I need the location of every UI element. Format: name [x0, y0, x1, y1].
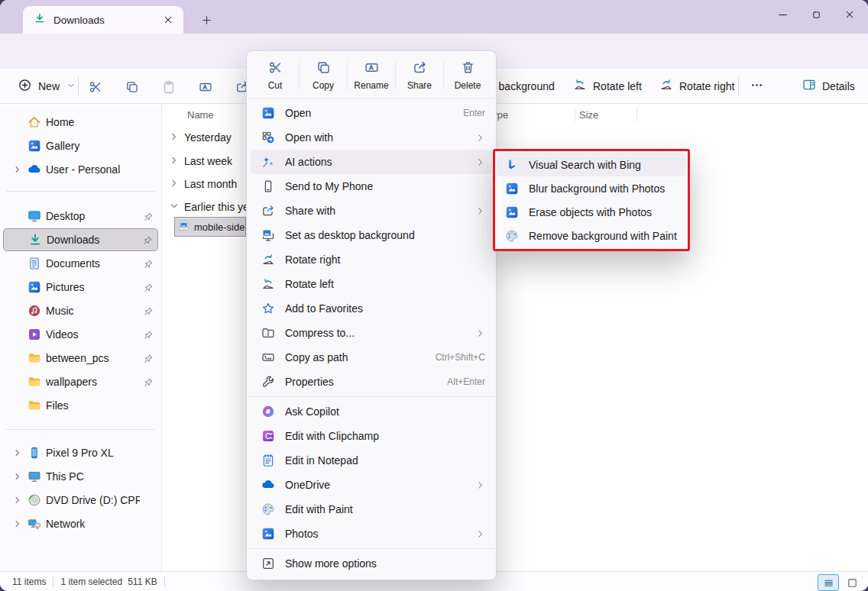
menu-item-rotate-right[interactable]: Rotate right — [251, 247, 492, 272]
selected-file-row[interactable]: mobile-sideb — [174, 217, 246, 237]
expand-chevron-icon[interactable] — [8, 448, 28, 457]
rotate-left-button[interactable]: Rotate left — [573, 69, 642, 103]
chevron-down-icon — [66, 79, 76, 93]
copy-icon[interactable] — [122, 77, 142, 97]
expand-chevron-icon[interactable] — [8, 472, 28, 481]
sidebar-item-user-personal[interactable]: User - Personal — [3, 158, 158, 181]
photos-icon — [504, 182, 519, 195]
rotate-right-button[interactable]: Rotate right — [659, 69, 734, 103]
chevron-collapsed-icon[interactable] — [170, 131, 179, 144]
delete-command-button[interactable]: Delete — [444, 56, 491, 95]
sidebar-item-music[interactable]: Music — [3, 299, 158, 322]
see-more-button[interactable] — [750, 69, 763, 103]
menu-item-remove-background-with-paint[interactable]: Remove background with Paint — [497, 224, 686, 247]
menu-item-blur-background-with-photos[interactable]: Blur background with Photos — [497, 176, 686, 200]
chevron-open-icon[interactable] — [170, 201, 179, 213]
sidebar-item-desktop[interactable]: Desktop — [3, 205, 158, 228]
menu-item-edit-with-clipchamp[interactable]: Edit with Clipchamp — [251, 424, 492, 448]
menu-item-ask-copilot[interactable]: Ask Copilot — [251, 399, 492, 424]
tab-close-icon[interactable] — [159, 11, 177, 29]
rename-icon[interactable] — [196, 77, 215, 97]
column-header-size[interactable]: Size — [579, 105, 598, 124]
menu-item-label: Share with — [285, 205, 465, 217]
menu-item-edit-with-paint[interactable]: Edit with Paint — [251, 497, 492, 522]
cut-icon — [268, 60, 283, 78]
menu-item-share-with[interactable]: Share with — [251, 199, 492, 223]
menu-item-open[interactable]: OpenEnter — [251, 101, 492, 125]
minimize-button[interactable] — [766, 0, 799, 29]
menu-item-photos[interactable]: Photos — [251, 522, 492, 546]
chevron-collapsed-icon[interactable] — [170, 178, 179, 190]
new-tab-button[interactable] — [197, 11, 215, 29]
chevron-collapsed-icon[interactable] — [170, 155, 179, 167]
sidebar-item-between-pcs[interactable]: between_pcs — [3, 347, 158, 370]
photos-icon — [261, 527, 275, 541]
menu-item-label: Edit with Paint — [285, 503, 485, 515]
menu-item-onedrive[interactable]: OneDrive — [251, 473, 492, 497]
sidebar-item-this-pc[interactable]: This PC — [3, 465, 158, 488]
menu-item-show-more-options[interactable]: Show more options — [251, 551, 492, 576]
menu-item-compress-to[interactable]: Compress to... — [251, 321, 492, 345]
menu-item-properties[interactable]: PropertiesAlt+Enter — [251, 370, 492, 394]
sidebar-item-pictures[interactable]: Pictures — [3, 276, 158, 299]
expand-chevron-icon[interactable] — [8, 519, 28, 528]
menu-item-set-as-desktop-background[interactable]: Set as desktop background — [251, 223, 492, 247]
sidebar-item-dvd-drive-d-cpra-x64fre[interactable]: DVD Drive (D:) CPRA_X64FRE_ — [3, 489, 158, 512]
column-divider[interactable] — [636, 108, 637, 121]
menu-item-visual-search-with-bing[interactable]: Visual Search with Bing — [497, 153, 686, 176]
cut-icon[interactable] — [86, 77, 105, 97]
sidebar-item-gallery[interactable]: Gallery — [3, 134, 158, 157]
cut-command-button[interactable]: Cut — [251, 56, 299, 95]
menu-item-open-with[interactable]: Open with — [251, 125, 492, 150]
onedrive-icon — [261, 478, 275, 492]
tab-title: Downloads — [53, 15, 151, 26]
rename-icon — [364, 60, 379, 78]
maximize-button[interactable] — [799, 0, 833, 29]
new-button-label: New — [38, 80, 60, 92]
openwith-icon — [261, 131, 275, 144]
showmore-icon — [261, 557, 275, 570]
tab-downloads[interactable]: Downloads — [23, 6, 183, 34]
column-header-name[interactable]: Name — [187, 105, 214, 124]
menu-item-add-to-favorites[interactable]: Add to Favorites — [251, 296, 492, 321]
photos-icon — [28, 139, 46, 153]
close-button[interactable] — [833, 0, 866, 29]
submenu-chevron-icon — [475, 480, 485, 490]
menu-item-edit-in-notepad[interactable]: Edit in Notepad — [251, 448, 492, 473]
sidebar-item-home[interactable]: Home — [3, 111, 158, 134]
expand-chevron-icon[interactable] — [8, 496, 28, 505]
ellipsis-icon — [750, 79, 763, 94]
menu-item-erase-objects-with-photos[interactable]: Erase objects with Photos — [497, 200, 686, 224]
share-command-button[interactable]: Share — [396, 56, 443, 95]
clipchamp-icon — [261, 429, 275, 443]
command-label: Share — [407, 80, 432, 91]
shortcut-label: Ctrl+Shift+C — [436, 352, 485, 363]
group-row-last-week[interactable]: Last week — [170, 150, 232, 172]
copy-command-button[interactable]: Copy — [300, 56, 347, 95]
sidebar-item-files[interactable]: Files — [3, 394, 158, 417]
rename-command-button[interactable]: Rename — [348, 56, 395, 95]
group-row-last-month[interactable]: Last month — [170, 173, 237, 195]
sidebar-item-documents[interactable]: Documents — [3, 252, 158, 275]
sidebar-item-downloads[interactable]: Downloads — [3, 228, 158, 251]
sidebar-item-videos[interactable]: Videos — [3, 323, 158, 346]
command-label: Cut — [268, 80, 283, 91]
music-icon — [28, 304, 46, 318]
menu-item-ai-actions[interactable]: AI actions — [251, 150, 492, 174]
paste-icon — [159, 77, 179, 97]
expand-chevron-icon[interactable] — [8, 165, 28, 174]
menu-item-copy-as-path[interactable]: Copy as pathCtrl+Shift+C — [251, 345, 492, 370]
sidebar-item-label: Pixel 9 Pro XL — [46, 447, 140, 459]
details-pane-button[interactable]: Details — [802, 69, 855, 103]
new-button[interactable]: New — [11, 73, 83, 99]
sidebar-item-pixel-9-pro-xl[interactable]: Pixel 9 Pro XL — [3, 441, 158, 464]
group-row-earlier-this-year[interactable]: Earlier this year — [170, 196, 258, 218]
group-row-yesterday[interactable]: Yesterday — [170, 127, 232, 148]
details-view-icon[interactable] — [818, 574, 839, 591]
large-icons-view-icon[interactable] — [842, 575, 862, 590]
sidebar-item-network[interactable]: Network — [3, 512, 158, 535]
sidebar-item-wallpapers[interactable]: wallpapers — [3, 370, 158, 393]
column-divider[interactable] — [575, 108, 575, 121]
menu-item-send-to-my-phone[interactable]: Send to My Phone — [251, 174, 492, 199]
menu-item-rotate-left[interactable]: Rotate left — [251, 272, 492, 296]
